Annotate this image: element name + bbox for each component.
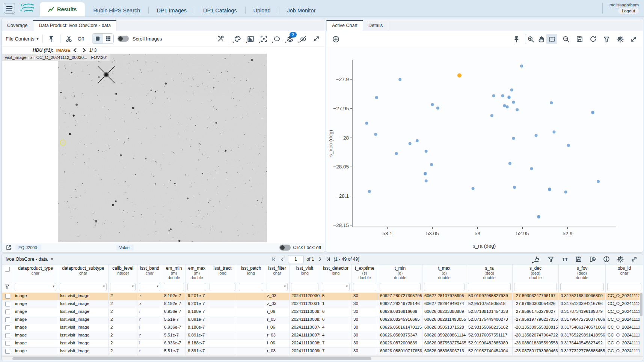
filter-input-dataproduct_type[interactable] <box>15 283 56 291</box>
column-header-t_exptime[interactable]: t_exptime(s)double <box>351 264 378 293</box>
filter-input-em_min[interactable] <box>164 283 184 291</box>
column-header-lsst_patch[interactable]: lsst_patchlong <box>237 264 265 293</box>
tools-icon[interactable] <box>216 34 225 44</box>
filter-table-icon[interactable] <box>546 254 556 264</box>
filter-input-t_exptime[interactable] <box>353 283 376 291</box>
filter-input-em_max[interactable] <box>187 283 206 291</box>
table-horizontal-scrollbar[interactable] <box>2 356 643 361</box>
table-vertical-scrollbar[interactable] <box>639 292 643 357</box>
row-checkbox[interactable] <box>5 333 10 338</box>
save-chart-icon[interactable] <box>575 34 584 44</box>
select-region-icon[interactable]: ▾ <box>272 34 282 44</box>
filter-input-s_ra[interactable] <box>468 283 511 291</box>
row-checkbox[interactable] <box>5 302 10 306</box>
chart-settings-icon[interactable] <box>615 34 625 44</box>
column-header-s_ra[interactable]: s_ra(deg)double <box>466 264 513 293</box>
analyze-table-icon[interactable]: ▾ <box>532 254 542 264</box>
single-view-button[interactable] <box>92 34 103 44</box>
filter-chart-icon[interactable] <box>602 34 611 44</box>
close-table-icon[interactable]: × <box>51 256 54 262</box>
row-checkbox[interactable] <box>5 309 10 314</box>
open-in-new-icon[interactable] <box>6 245 12 251</box>
table-row[interactable]: imagelsst.visit_image2z8.192e-79.201e-7z… <box>2 293 643 300</box>
file-contents-dropdown[interactable]: File Contents▾ <box>6 36 39 42</box>
table-row[interactable]: imagelsst.visit_image2r5.51e-76.891e-7r_… <box>2 332 643 340</box>
add-column-icon[interactable] <box>588 254 597 264</box>
pin-image-button[interactable] <box>47 34 56 44</box>
click-lock-toggle[interactable] <box>279 245 291 251</box>
column-header-s_fov[interactable]: s_fov(deg)double <box>559 264 606 293</box>
table-row[interactable]: imagelsst.visit_image2i6.936e-78.188e-7i… <box>2 308 643 316</box>
firefly-logo[interactable] <box>20 3 35 14</box>
table-row[interactable]: imagelsst.visit_image2z8.192e-79.201e-7z… <box>2 300 643 308</box>
add-chart-icon[interactable] <box>331 34 341 44</box>
grid-view-button[interactable] <box>103 34 113 44</box>
table-row[interactable]: imagelsst.visit_image2i6.936e-78.188e-7i… <box>2 340 643 348</box>
filter-input-lsst_band[interactable] <box>139 283 160 291</box>
nav-tab-results[interactable]: Results <box>40 2 85 17</box>
row-checkbox[interactable] <box>5 341 10 346</box>
tab-data-product[interactable]: Data Product: ivoa.ObsCore - data <box>33 20 116 31</box>
last-page-icon[interactable] <box>325 257 330 262</box>
tab-details[interactable]: Details <box>363 21 388 31</box>
restore-chart-icon[interactable] <box>588 34 598 44</box>
column-header-lsst_filter[interactable]: lsst_filterchar▾ <box>265 264 290 293</box>
fits-viewer[interactable]: visit_image - z - CC_O_20241112_00030...… <box>2 54 325 243</box>
expand-chart-icon[interactable] <box>629 34 638 44</box>
column-header-t_min[interactable]: t_min(d)double <box>378 264 422 293</box>
hdu-next-icon[interactable] <box>82 48 86 53</box>
column-header-em_min[interactable]: em_min(m)double <box>162 264 186 293</box>
nav-tab-dp1-images[interactable]: DP1 Images <box>148 4 195 17</box>
save-table-icon[interactable] <box>574 254 584 264</box>
pan-hand-icon[interactable] <box>536 34 546 44</box>
filter-input-lsst_filter[interactable] <box>267 283 288 291</box>
filter-input-s_fov[interactable] <box>560 283 604 291</box>
logout-button[interactable]: Logout <box>618 8 639 14</box>
menu-button[interactable] <box>4 3 15 14</box>
recenter-icon[interactable]: ▾ <box>259 34 268 44</box>
box-select-icon[interactable] <box>546 34 557 44</box>
first-page-icon[interactable] <box>271 257 276 262</box>
filter-input-lsst_detector[interactable] <box>322 283 350 291</box>
filter-input-t_min[interactable] <box>380 283 421 291</box>
filter-input-s_dec[interactable] <box>514 283 557 291</box>
filter-input-dataproduct_subtype[interactable] <box>60 283 107 291</box>
next-page-icon[interactable] <box>317 257 322 262</box>
zoom-reset-icon[interactable]: 1x <box>561 34 571 44</box>
stretch-histogram-icon[interactable]: ▾ <box>246 34 255 44</box>
nav-tab-job-monitor[interactable]: Job Monitor <box>279 4 324 17</box>
nav-tab-dp1-catalogs[interactable]: DP1 Catalogs <box>195 4 245 17</box>
table-info-icon[interactable] <box>602 254 611 264</box>
column-header-lsst_tract[interactable]: lsst_tractlong <box>208 264 237 293</box>
column-header-lsst_visit[interactable]: lsst_visitlong <box>290 264 320 293</box>
filter-input-lsst_patch[interactable] <box>239 283 263 291</box>
nav-tab-upload[interactable]: Upload <box>245 4 279 17</box>
scatter-chart[interactable]: 53.153.055352.9552.9−27.9−27.95−28−28.05… <box>326 47 642 252</box>
row-checkbox[interactable] <box>5 349 10 354</box>
table-tab[interactable]: ivoa.ObsCore - data × <box>6 256 53 262</box>
tab-active-chart[interactable]: Active Chart <box>326 20 363 31</box>
column-header-t_max[interactable]: t_max(d)double <box>422 264 466 293</box>
filter-input-t_max[interactable] <box>424 283 465 291</box>
prev-page-icon[interactable] <box>279 257 285 262</box>
row-checkbox[interactable] <box>5 325 10 330</box>
table-row[interactable]: imagelsst.visit_image2i6.936e-78.188e-7i… <box>2 324 643 332</box>
expand-table-icon[interactable] <box>629 254 639 264</box>
wcs-unlink-icon[interactable]: ▾ <box>298 34 308 44</box>
filter-input-lsst_visit[interactable] <box>291 283 318 291</box>
column-header-lsst_band[interactable]: lsst_bandchar▾ <box>137 264 162 293</box>
table-row[interactable]: imagelsst.visit_image2r5.51e-76.891e-7r_… <box>2 316 643 324</box>
row-checkbox[interactable] <box>5 294 10 299</box>
column-header-em_max[interactable]: em_max(m)double <box>186 264 208 293</box>
table-settings-icon[interactable] <box>615 254 625 264</box>
filter-input-calib_level[interactable] <box>110 283 136 291</box>
table-row[interactable]: imagelsst.visit_image2r5.51e-76.891e-7r_… <box>2 348 643 356</box>
column-header-lsst_detector[interactable]: lsst_detectorlong▾ <box>320 264 351 293</box>
select-all-checkbox[interactable] <box>5 267 10 272</box>
color-palette-icon[interactable]: ▾ <box>232 34 242 44</box>
tab-coverage[interactable]: Coverage <box>2 21 33 31</box>
nav-tab-rubin-hips-search[interactable]: Rubin HiPS Search <box>85 4 148 17</box>
hdu-prev-icon[interactable] <box>73 48 77 53</box>
layers-icon[interactable]: 2 ▾ <box>285 34 295 44</box>
page-input[interactable] <box>288 255 303 263</box>
